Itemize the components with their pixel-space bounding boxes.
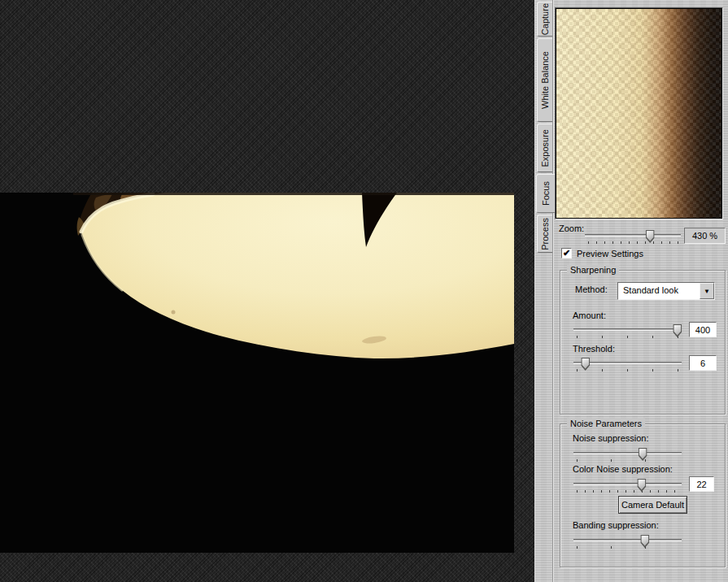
zoom-preview-pane[interactable]	[555, 7, 723, 219]
amount-slider-ticks	[577, 336, 679, 338]
noise-parameters-group-title: Noise Parameters	[567, 419, 645, 428]
noise-suppression-label: Noise suppression:	[573, 433, 649, 443]
tab-strip-edge	[552, 0, 554, 582]
raw-editor-window: Capture White Balance Exposure Focus Pro…	[0, 0, 728, 582]
threshold-slider-ticks	[577, 369, 679, 371]
sharpening-group-title: Sharpening	[567, 265, 619, 275]
tool-panel: Capture White Balance Exposure Focus Pro…	[534, 0, 728, 582]
tab-exposure-label: Exposure	[540, 129, 550, 167]
photo-canvas[interactable]	[0, 193, 514, 553]
lamp-photo	[0, 193, 514, 553]
preview-settings-checkbox[interactable]: ✔	[561, 248, 572, 258]
color-noise-slider-ticks	[577, 490, 679, 493]
chevron-down-icon: ▼	[704, 288, 710, 295]
color-noise-suppression-label: Color Noise suppression:	[573, 464, 673, 474]
sharpening-group: Sharpening Method: Standard look ▼ Amoun…	[560, 270, 726, 415]
banding-slider-ticks	[577, 546, 679, 549]
amount-slider[interactable]	[573, 324, 682, 338]
checkmark-icon: ✔	[563, 249, 570, 258]
banding-suppression-slider[interactable]	[573, 535, 682, 549]
noise-parameters-group: Noise Parameters Noise suppression: Colo…	[560, 423, 726, 567]
threshold-slider[interactable]	[573, 358, 682, 371]
color-noise-slider-track	[573, 483, 682, 485]
tab-white-balance-label: White Balance	[540, 51, 550, 109]
tab-capture[interactable]: Capture	[537, 2, 552, 37]
banding-slider-track	[573, 539, 682, 541]
zoom-slider[interactable]	[585, 230, 681, 244]
tab-process[interactable]: Process	[537, 215, 552, 253]
amount-label: Amount:	[573, 311, 606, 320]
zoom-slider-track	[585, 234, 681, 237]
noise-suppression-slider[interactable]	[573, 448, 682, 462]
threshold-value-field[interactable]: 6	[689, 355, 717, 371]
amount-slider-track	[573, 328, 682, 331]
method-dropdown-button[interactable]: ▼	[700, 283, 714, 299]
noise-suppression-slider-ticks	[577, 459, 679, 462]
tab-white-balance[interactable]: White Balance	[537, 38, 552, 122]
tab-process-label: Process	[540, 218, 550, 250]
color-noise-suppression-slider[interactable]	[573, 479, 682, 493]
amount-value-field[interactable]: 400	[689, 322, 717, 337]
threshold-label: Threshold:	[573, 344, 615, 354]
zoom-preview-image	[556, 9, 721, 218]
banding-suppression-label: Banding suppression:	[573, 520, 659, 530]
tab-focus[interactable]: Focus	[536, 174, 555, 213]
tab-focus-label: Focus	[541, 181, 551, 206]
camera-default-button[interactable]: Camera Default	[618, 496, 687, 514]
method-dropdown[interactable]: Standard look ▼	[617, 282, 715, 300]
tab-exposure[interactable]: Exposure	[537, 124, 552, 172]
color-noise-value-field[interactable]: 22	[689, 476, 714, 492]
image-workspace	[0, 0, 534, 582]
zoom-value: 430 %	[684, 228, 726, 244]
zoom-label: Zoom:	[559, 224, 584, 233]
zoom-slider-ticks	[588, 241, 678, 244]
method-dropdown-value: Standard look	[623, 285, 678, 295]
method-label: Method:	[575, 284, 608, 294]
panel-tab-strip: Capture White Balance Exposure Focus Pro…	[535, 0, 554, 582]
noise-suppression-slider-track	[573, 452, 682, 454]
tab-capture-label: Capture	[540, 3, 550, 35]
preview-settings-label[interactable]: Preview Settings	[577, 249, 643, 258]
